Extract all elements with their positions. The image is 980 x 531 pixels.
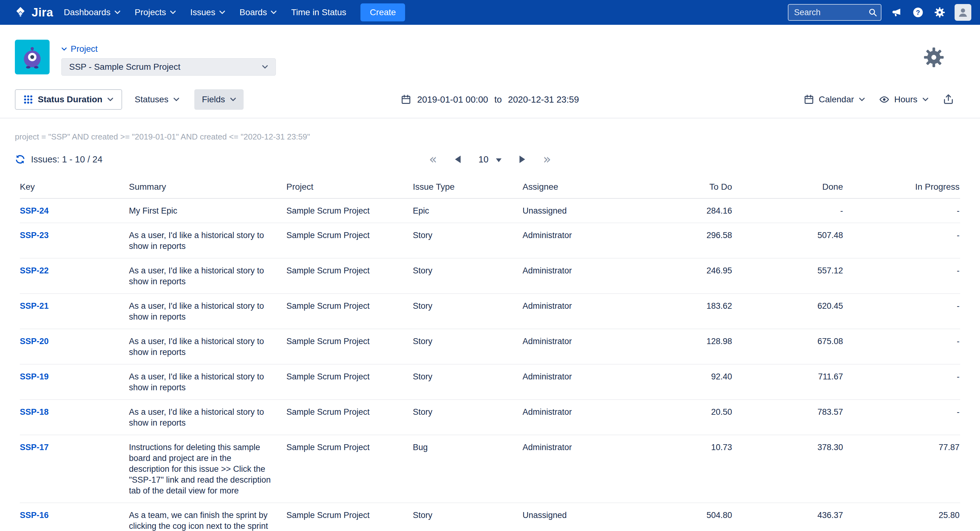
issue-key-link[interactable]: SSP-19: [20, 372, 49, 381]
issue-type-cell: Story: [413, 510, 523, 521]
table-row: SSP-22 As a user, I'd like a historical …: [20, 259, 960, 294]
chevron-down-icon: [170, 10, 176, 14]
hours-mode-button[interactable]: Hours: [879, 89, 929, 110]
project-section-toggle[interactable]: Project: [61, 44, 98, 54]
user-avatar[interactable]: [955, 4, 971, 21]
summary-cell: As a user, I'd like a historical story t…: [129, 230, 286, 252]
chevron-down-icon: [115, 10, 121, 14]
assignee-cell: Administrator: [523, 300, 631, 312]
issue-key-link[interactable]: SSP-23: [20, 231, 49, 240]
issue-key-link[interactable]: SSP-20: [20, 337, 49, 346]
key-cell: SSP-20: [20, 336, 129, 347]
done-cell: 507.48: [732, 230, 843, 241]
summary-cell: My First Epic: [129, 205, 286, 216]
first-page-button[interactable]: «: [429, 153, 437, 166]
project-cell: Sample Scrum Project: [286, 371, 413, 382]
calendar-mode-button[interactable]: Calendar: [804, 89, 865, 110]
table-row: SSP-19 As a user, I'd like a historical …: [20, 364, 960, 400]
announcement-button[interactable]: [889, 6, 903, 19]
caret-down-icon: [496, 158, 501, 162]
project-avatar: [15, 40, 49, 75]
assignee-cell: Administrator: [523, 407, 631, 418]
todo-cell: 92.40: [631, 371, 732, 382]
issue-key-link[interactable]: SSP-21: [20, 301, 49, 311]
fields-button[interactable]: Fields: [194, 89, 243, 110]
project-section-label: Project: [71, 44, 98, 54]
project-cell: Sample Scrum Project: [286, 336, 413, 347]
issue-key-link[interactable]: SSP-16: [20, 510, 49, 520]
export-button[interactable]: [943, 94, 954, 106]
pagination: « 10 »: [429, 153, 551, 166]
in-progress-cell: 25.80: [843, 510, 959, 521]
chevron-down-icon: [107, 97, 113, 102]
key-cell: SSP-19: [20, 371, 129, 382]
next-page-button[interactable]: [519, 156, 525, 163]
nav-item-issues[interactable]: Issues: [190, 8, 225, 17]
issue-type-cell: Story: [413, 371, 523, 382]
report-type-label: Status Duration: [38, 95, 102, 105]
help-icon: [913, 7, 923, 17]
chevron-down-icon: [922, 97, 929, 102]
todo-cell: 284.16: [631, 205, 732, 216]
calendar-mode-label: Calendar: [819, 95, 854, 105]
chevron-down-icon: [173, 97, 180, 102]
create-button[interactable]: Create: [360, 3, 405, 21]
table-row: SSP-16 As a team, we can finish the spri…: [20, 503, 960, 531]
refresh-icon: [15, 154, 25, 165]
date-range[interactable]: 2019-01-01 00:00 to 2020-12-31 23:59: [401, 95, 579, 105]
prev-page-button[interactable]: [455, 156, 461, 163]
assignee-cell: Unassigned: [523, 510, 631, 521]
assignee-cell: Administrator: [523, 266, 631, 276]
done-cell: -: [732, 205, 843, 216]
nav-item-time-in-status[interactable]: Time in Status: [291, 8, 346, 17]
export-icon: [943, 94, 954, 105]
in-progress-cell: -: [843, 266, 959, 276]
refresh-button[interactable]: [15, 154, 25, 165]
in-progress-cell: -: [843, 300, 959, 312]
issue-key-link[interactable]: SSP-24: [20, 206, 49, 215]
chevron-down-icon: [61, 47, 67, 51]
summary-cell: As a user, I'd like a historical story t…: [129, 266, 286, 287]
summary-cell: As a user, I'd like a historical story t…: [129, 336, 286, 358]
page-size-select[interactable]: 10: [479, 154, 501, 165]
table-row: SSP-18 As a user, I'd like a historical …: [20, 400, 960, 435]
table-row: SSP-24 My First Epic Sample Scrum Projec…: [20, 199, 960, 223]
search-input[interactable]: [788, 4, 881, 21]
done-cell: 378.30: [732, 442, 843, 453]
issue-key-link[interactable]: SSP-18: [20, 407, 49, 417]
issue-key-link[interactable]: SSP-22: [20, 266, 49, 275]
summary-cell: Instructions for deleting this sample bo…: [129, 442, 286, 496]
nav-item-boards[interactable]: Boards: [240, 8, 277, 17]
in-progress-cell: -: [843, 230, 959, 241]
search-box: [788, 4, 881, 21]
settings-button[interactable]: [933, 6, 947, 19]
statuses-button[interactable]: Statuses: [128, 89, 186, 110]
in-progress-cell: -: [843, 336, 959, 347]
todo-cell: 183.62: [631, 300, 732, 312]
report-settings-button[interactable]: [924, 47, 944, 68]
in-progress-cell: 77.87: [843, 442, 959, 453]
calendar-icon: [401, 95, 411, 105]
gear-icon: [934, 7, 945, 17]
assignee-cell: Administrator: [523, 336, 631, 347]
issue-type-cell: Story: [413, 266, 523, 276]
report-type-button[interactable]: Status Duration: [15, 89, 122, 110]
chevron-down-icon: [230, 97, 236, 102]
chevron-down-icon: [219, 10, 225, 14]
nav-item-dashboards[interactable]: Dashboards: [64, 8, 121, 17]
prev-page-icon: [455, 156, 461, 163]
chevron-down-icon: [262, 65, 268, 69]
brand-name: Jira: [32, 6, 53, 19]
jira-home-link[interactable]: Jira: [0, 6, 64, 19]
assignee-cell: Administrator: [523, 442, 631, 453]
nav-item-projects[interactable]: Projects: [135, 8, 176, 17]
statuses-label: Statuses: [135, 95, 168, 105]
nav-right: [788, 4, 980, 21]
help-button[interactable]: [911, 6, 925, 19]
last-page-button[interactable]: »: [543, 153, 551, 166]
col-header-key: Key: [20, 182, 129, 192]
done-cell: 675.08: [732, 336, 843, 347]
issue-key-link[interactable]: SSP-17: [20, 443, 49, 452]
project-select[interactable]: SSP - Sample Scrum Project: [61, 58, 276, 76]
grid-icon: [24, 95, 33, 104]
